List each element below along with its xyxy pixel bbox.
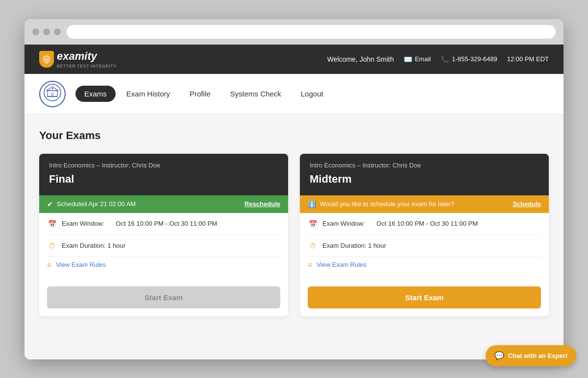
- exam-midterm-status-left: ℹ️ Would you like to schedule your exam …: [308, 200, 454, 208]
- browser-dot-red: [32, 28, 39, 35]
- scheduled-check-icon: ✔: [47, 200, 53, 208]
- clock-icon-final: ⏱: [47, 241, 57, 251]
- browser-dots: [32, 28, 61, 35]
- exam-midterm-status-bar: ℹ️ Would you like to schedule your exam …: [300, 195, 549, 213]
- exam-final-status-text: Scheduled Apr 21 02:00 AM: [57, 200, 136, 208]
- calendar-icon-midterm: 📅: [308, 219, 318, 229]
- exams-grid: Intro Economics – Instructor: Chris Doe …: [39, 154, 549, 316]
- top-navbar: e examity BETTER TEST INTEGRITY Welcome,…: [24, 45, 564, 74]
- secondary-navbar: ExamsExam HistoryProfileSystems CheckLog…: [24, 74, 564, 115]
- exam-midterm-name: Midterm: [310, 173, 539, 186]
- main-content: Your Exams Intro Economics – Instructor:…: [24, 115, 564, 359]
- address-bar[interactable]: [67, 25, 556, 39]
- exam-final-actions: Start Exam: [39, 283, 288, 316]
- exam-final-start-button: Start Exam: [47, 286, 280, 308]
- exam-final-window-value: Oct 16 10:00 PM - Oct 30 11:00 PM: [116, 220, 217, 227]
- nav-link-exams[interactable]: Exams: [75, 86, 116, 102]
- phone-nav-item[interactable]: 📞 1-855-329-6489: [441, 55, 497, 63]
- time-label: 12:00 PM EDT: [507, 55, 549, 63]
- exam-final-duration: Exam Duration: 1 hour: [62, 242, 125, 249]
- email-icon: ✉️: [404, 55, 412, 63]
- chat-icon: 💬: [494, 351, 504, 360]
- exam-midterm-rules-row: ≡ View Exam Rules: [308, 257, 541, 275]
- exam-midterm-duration: Exam Duration: 1 hour: [322, 242, 386, 249]
- browser-body: e examity BETTER TEST INTEGRITY Welcome,…: [24, 45, 564, 359]
- svg-point-6: [52, 88, 53, 89]
- browser-dot-yellow: [43, 28, 50, 35]
- email-label: Email: [415, 55, 431, 63]
- institution-logo-icon: [44, 84, 61, 104]
- exam-midterm-schedule-button[interactable]: Schedule: [513, 200, 541, 208]
- exam-midterm-window-label: Exam Window:: [322, 220, 365, 227]
- nav-link-profile[interactable]: Profile: [181, 86, 220, 102]
- exam-final-name: Final: [49, 173, 278, 186]
- page-title: Your Exams: [39, 129, 549, 142]
- header-right: Welcome, John Smith ✉️ Email 📞 1-855-329…: [327, 55, 549, 63]
- logo-text-stack: examity BETTER TEST INTEGRITY: [57, 50, 117, 69]
- exam-card-final-header: Intro Economics – Instructor: Chris Doe …: [39, 154, 288, 195]
- exam-midterm-duration-row: ⏱ Exam Duration: 1 hour: [308, 235, 541, 257]
- calendar-icon: 📅: [47, 219, 57, 229]
- exam-final-window-label: Exam Window:: [62, 220, 104, 227]
- nav-link-logout[interactable]: Logout: [292, 86, 332, 102]
- welcome-text: Welcome, John Smith: [327, 55, 394, 63]
- nav-link-systems-check[interactable]: Systems Check: [221, 86, 290, 102]
- chat-expert-button[interactable]: 💬 Chat with an Expert: [486, 345, 576, 366]
- browser-chrome: [24, 19, 564, 45]
- exam-final-details: 📅 Exam Window: Oct 16 10:00 PM - Oct 30 …: [39, 213, 288, 283]
- exam-midterm-view-rules-link[interactable]: View Exam Rules: [317, 261, 367, 268]
- nav-link-exam-history[interactable]: Exam History: [118, 86, 179, 102]
- exam-card-final: Intro Economics – Instructor: Chris Doe …: [39, 154, 288, 316]
- exam-final-status-bar: ✔ Scheduled Apr 21 02:00 AM Reschedule: [39, 195, 288, 213]
- email-nav-item[interactable]: ✉️ Email: [404, 55, 431, 63]
- exam-midterm-actions: Start Exam: [300, 283, 549, 316]
- exam-midterm-window-value: Oct 16 10:00 PM - Oct 30 11:00 PM: [376, 220, 478, 227]
- phone-label: 1-855-329-6489: [452, 55, 497, 63]
- exam-card-midterm: Intro Economics – Instructor: Chris Doe …: [300, 154, 549, 316]
- exam-final-course: Intro Economics – Instructor: Chris Doe: [49, 162, 278, 169]
- clock-icon-midterm: ⏱: [308, 241, 318, 251]
- svg-rect-4: [51, 93, 54, 96]
- info-icon: ℹ️: [308, 200, 316, 208]
- exam-final-rules-row: ≡ View Exam Rules: [47, 257, 280, 275]
- exam-midterm-window-row: 📅 Exam Window: Oct 16 10:00 PM - Oct 30 …: [308, 213, 541, 235]
- logo-brand-text: examity: [57, 50, 117, 63]
- nav-links: ExamsExam HistoryProfileSystems CheckLog…: [75, 86, 332, 102]
- exam-final-duration-row: ⏱ Exam Duration: 1 hour: [47, 235, 280, 257]
- logo-sub-text: BETTER TEST INTEGRITY: [57, 64, 117, 69]
- browser-window: e examity BETTER TEST INTEGRITY Welcome,…: [24, 19, 564, 359]
- rules-icon-midterm: ≡: [308, 261, 312, 269]
- exam-midterm-details: 📅 Exam Window: Oct 16 10:00 PM - Oct 30 …: [300, 213, 549, 283]
- institution-logo: [39, 81, 66, 107]
- logo-area: e examity BETTER TEST INTEGRITY: [39, 50, 117, 69]
- browser-dot-green: [54, 28, 61, 35]
- logo-shield-icon: e: [39, 51, 54, 68]
- exam-final-status-left: ✔ Scheduled Apr 21 02:00 AM: [47, 200, 136, 208]
- exam-final-reschedule-button[interactable]: Reschedule: [245, 200, 280, 208]
- chat-button-label: Chat with an Expert: [508, 352, 567, 359]
- exam-midterm-course: Intro Economics – Instructor: Chris Doe: [310, 162, 539, 169]
- exam-card-midterm-header: Intro Economics – Instructor: Chris Doe …: [300, 154, 549, 195]
- exam-final-window-row: 📅 Exam Window: Oct 16 10:00 PM - Oct 30 …: [47, 213, 280, 235]
- svg-text:e: e: [46, 58, 48, 61]
- phone-icon: 📞: [441, 55, 449, 63]
- exam-final-view-rules-link[interactable]: View Exam Rules: [56, 261, 106, 268]
- exam-midterm-status-text: Would you like to schedule your exam for…: [320, 200, 454, 208]
- exam-midterm-start-button[interactable]: Start Exam: [308, 286, 541, 308]
- rules-icon-final: ≡: [47, 261, 51, 269]
